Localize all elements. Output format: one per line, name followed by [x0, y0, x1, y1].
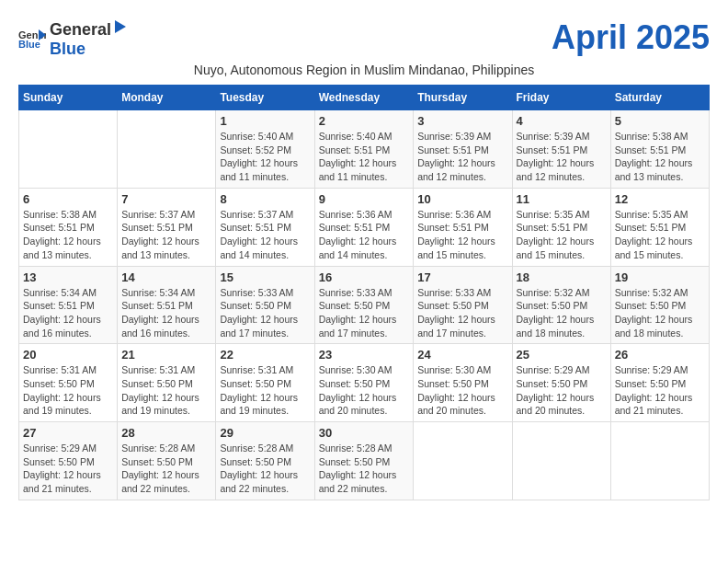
calendar-day-cell: 22Sunrise: 5:31 AMSunset: 5:50 PMDayligh… — [216, 344, 314, 422]
day-number: 18 — [517, 270, 607, 284]
day-info: Sunrise: 5:30 AMSunset: 5:50 PMDaylight:… — [417, 363, 507, 418]
day-info: Sunrise: 5:31 AMSunset: 5:50 PMDaylight:… — [220, 363, 310, 418]
day-info: Sunrise: 5:29 AMSunset: 5:50 PMDaylight:… — [517, 363, 607, 418]
month-title: April 2025 — [552, 18, 710, 57]
day-info: Sunrise: 5:30 AMSunset: 5:50 PMDaylight:… — [319, 363, 410, 418]
calendar-day-cell: 19Sunrise: 5:32 AMSunset: 5:50 PMDayligh… — [610, 266, 709, 344]
calendar-day-cell: 1Sunrise: 5:40 AMSunset: 5:52 PMDaylight… — [216, 110, 314, 189]
day-info: Sunrise: 5:32 AMSunset: 5:50 PMDaylight:… — [517, 286, 607, 340]
day-info: Sunrise: 5:33 AMSunset: 5:50 PMDaylight:… — [417, 286, 507, 340]
calendar-day-cell: 24Sunrise: 5:30 AMSunset: 5:50 PMDayligh… — [414, 344, 512, 422]
calendar-day-cell: 5Sunrise: 5:38 AMSunset: 5:51 PMDaylight… — [610, 110, 709, 189]
calendar-week-row: 1Sunrise: 5:40 AMSunset: 5:52 PMDaylight… — [19, 110, 710, 189]
calendar-day-cell — [512, 422, 610, 500]
day-number: 2 — [319, 114, 410, 128]
day-number: 25 — [517, 348, 607, 362]
day-info: Sunrise: 5:37 AMSunset: 5:51 PMDaylight:… — [220, 208, 310, 262]
logo-blue-text: Blue — [50, 40, 85, 58]
day-info: Sunrise: 5:35 AMSunset: 5:51 PMDaylight:… — [517, 208, 607, 262]
calendar-day-cell: 25Sunrise: 5:29 AMSunset: 5:50 PMDayligh… — [512, 344, 610, 422]
calendar-day-cell: 21Sunrise: 5:31 AMSunset: 5:50 PMDayligh… — [118, 344, 216, 422]
day-number: 30 — [319, 426, 410, 440]
day-number: 6 — [23, 192, 113, 206]
calendar-table: SundayMondayTuesdayWednesdayThursdayFrid… — [18, 85, 710, 500]
day-of-week-header: Tuesday — [216, 86, 314, 110]
calendar-day-cell: 6Sunrise: 5:38 AMSunset: 5:51 PMDaylight… — [19, 188, 118, 266]
svg-text:Blue: Blue — [18, 39, 40, 50]
day-number: 27 — [23, 426, 113, 440]
calendar-day-cell: 17Sunrise: 5:33 AMSunset: 5:50 PMDayligh… — [414, 266, 512, 344]
day-info: Sunrise: 5:33 AMSunset: 5:50 PMDaylight:… — [220, 286, 310, 340]
day-number: 1 — [220, 114, 310, 128]
day-info: Sunrise: 5:36 AMSunset: 5:51 PMDaylight:… — [417, 208, 507, 262]
logo: General Blue General Blue — [18, 18, 128, 59]
logo-icon: General Blue — [18, 28, 46, 50]
day-info: Sunrise: 5:34 AMSunset: 5:51 PMDaylight:… — [121, 286, 211, 340]
day-number: 17 — [417, 270, 507, 284]
page-header: General Blue General Blue April 2025 — [18, 18, 710, 59]
day-info: Sunrise: 5:28 AMSunset: 5:50 PMDaylight:… — [121, 442, 211, 496]
calendar-day-cell — [414, 422, 512, 500]
day-info: Sunrise: 5:29 AMSunset: 5:50 PMDaylight:… — [615, 363, 705, 418]
calendar-week-row: 20Sunrise: 5:31 AMSunset: 5:50 PMDayligh… — [19, 344, 710, 422]
day-number: 16 — [319, 270, 410, 284]
day-info: Sunrise: 5:38 AMSunset: 5:51 PMDaylight:… — [615, 130, 705, 184]
calendar-day-cell: 15Sunrise: 5:33 AMSunset: 5:50 PMDayligh… — [216, 266, 314, 344]
calendar-day-cell: 16Sunrise: 5:33 AMSunset: 5:50 PMDayligh… — [314, 266, 414, 344]
day-of-week-header: Wednesday — [314, 86, 414, 110]
calendar-day-cell — [19, 110, 118, 189]
calendar-day-cell — [118, 110, 216, 189]
day-of-week-header: Thursday — [414, 86, 512, 110]
calendar-day-cell: 28Sunrise: 5:28 AMSunset: 5:50 PMDayligh… — [118, 422, 216, 500]
calendar-day-cell: 3Sunrise: 5:39 AMSunset: 5:51 PMDaylight… — [414, 110, 512, 189]
calendar-day-cell: 9Sunrise: 5:36 AMSunset: 5:51 PMDaylight… — [314, 188, 414, 266]
day-number: 11 — [517, 192, 607, 206]
calendar-day-cell: 7Sunrise: 5:37 AMSunset: 5:51 PMDaylight… — [118, 188, 216, 266]
day-info: Sunrise: 5:29 AMSunset: 5:50 PMDaylight:… — [23, 442, 113, 496]
day-info: Sunrise: 5:37 AMSunset: 5:51 PMDaylight:… — [121, 208, 211, 262]
day-info: Sunrise: 5:32 AMSunset: 5:50 PMDaylight:… — [615, 286, 705, 340]
day-number: 8 — [220, 192, 310, 206]
calendar-day-cell: 30Sunrise: 5:28 AMSunset: 5:50 PMDayligh… — [314, 422, 414, 500]
calendar-day-cell: 8Sunrise: 5:37 AMSunset: 5:51 PMDaylight… — [216, 188, 314, 266]
day-info: Sunrise: 5:31 AMSunset: 5:50 PMDaylight:… — [23, 363, 113, 418]
day-number: 19 — [615, 270, 705, 284]
day-of-week-header: Friday — [512, 86, 610, 110]
day-number: 14 — [121, 270, 211, 284]
day-number: 10 — [417, 192, 507, 206]
page-subtitle: Nuyo, Autonomous Region in Muslim Mindan… — [18, 63, 710, 77]
day-number: 24 — [417, 348, 507, 362]
day-number: 15 — [220, 270, 310, 284]
day-info: Sunrise: 5:40 AMSunset: 5:52 PMDaylight:… — [220, 130, 310, 184]
day-number: 22 — [220, 348, 310, 362]
day-of-week-header: Sunday — [19, 86, 118, 110]
calendar-day-cell: 20Sunrise: 5:31 AMSunset: 5:50 PMDayligh… — [19, 344, 118, 422]
day-of-week-header: Saturday — [610, 86, 709, 110]
day-info: Sunrise: 5:28 AMSunset: 5:50 PMDaylight:… — [220, 442, 310, 496]
day-info: Sunrise: 5:35 AMSunset: 5:51 PMDaylight:… — [615, 208, 705, 262]
calendar-week-row: 27Sunrise: 5:29 AMSunset: 5:50 PMDayligh… — [19, 422, 710, 500]
day-number: 26 — [615, 348, 705, 362]
calendar-day-cell: 18Sunrise: 5:32 AMSunset: 5:50 PMDayligh… — [512, 266, 610, 344]
calendar-week-row: 6Sunrise: 5:38 AMSunset: 5:51 PMDaylight… — [19, 188, 710, 266]
day-number: 23 — [319, 348, 410, 362]
calendar-header-row: SundayMondayTuesdayWednesdayThursdayFrid… — [19, 86, 710, 110]
day-number: 13 — [23, 270, 113, 284]
day-info: Sunrise: 5:36 AMSunset: 5:51 PMDaylight:… — [319, 208, 410, 262]
day-info: Sunrise: 5:39 AMSunset: 5:51 PMDaylight:… — [517, 130, 607, 184]
calendar-day-cell: 14Sunrise: 5:34 AMSunset: 5:51 PMDayligh… — [118, 266, 216, 344]
logo-arrow-icon — [111, 18, 128, 35]
calendar-week-row: 13Sunrise: 5:34 AMSunset: 5:51 PMDayligh… — [19, 266, 710, 344]
calendar-day-cell: 4Sunrise: 5:39 AMSunset: 5:51 PMDaylight… — [512, 110, 610, 189]
day-number: 3 — [417, 114, 507, 128]
day-number: 5 — [615, 114, 705, 128]
calendar-day-cell: 12Sunrise: 5:35 AMSunset: 5:51 PMDayligh… — [610, 188, 709, 266]
calendar-day-cell: 13Sunrise: 5:34 AMSunset: 5:51 PMDayligh… — [19, 266, 118, 344]
day-info: Sunrise: 5:28 AMSunset: 5:50 PMDaylight:… — [319, 442, 410, 496]
calendar-day-cell: 10Sunrise: 5:36 AMSunset: 5:51 PMDayligh… — [414, 188, 512, 266]
day-info: Sunrise: 5:34 AMSunset: 5:51 PMDaylight:… — [23, 286, 113, 340]
day-info: Sunrise: 5:33 AMSunset: 5:50 PMDaylight:… — [319, 286, 410, 340]
day-of-week-header: Monday — [118, 86, 216, 110]
day-number: 28 — [121, 426, 211, 440]
day-number: 29 — [220, 426, 310, 440]
